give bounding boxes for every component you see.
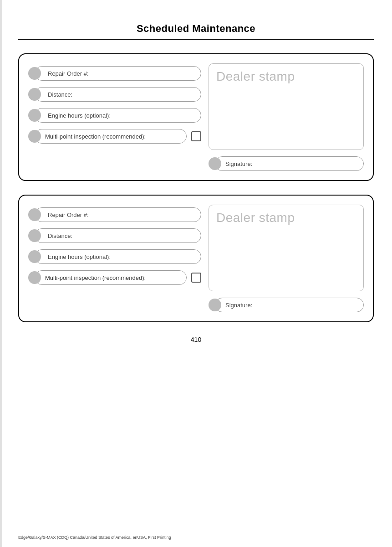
dealer-stamp-area-2: Dealer stamp xyxy=(209,205,364,291)
engine-hours-icon-2 xyxy=(28,250,41,263)
footer-text: Edge/Galaxy/S-MAX (CDQ) Canada/United St… xyxy=(18,535,171,540)
engine-hours-label-1: Engine hours (optional): xyxy=(45,112,111,119)
engine-hours-field-2[interactable]: Engine hours (optional): xyxy=(35,249,201,264)
engine-hours-icon-1 xyxy=(28,109,41,122)
repair-order-field-1[interactable]: Repair Order #: xyxy=(35,66,201,81)
distance-field-2[interactable]: Distance: xyxy=(35,228,201,243)
distance-row-1: Distance: xyxy=(28,87,201,102)
repair-order-icon-1 xyxy=(28,67,41,80)
card2-left: Repair Order #: Distance: Engine hours (… xyxy=(28,205,201,312)
card1-left: Repair Order #: Distance: Engine hours (… xyxy=(28,63,201,171)
multipoint-label-1: Multi-point inspection (recommended): xyxy=(45,133,146,140)
signature-label-2: Signature: xyxy=(225,302,252,309)
dealer-stamp-area-1: Dealer stamp xyxy=(209,63,364,150)
repair-order-label-2: Repair Order #: xyxy=(45,212,89,218)
multipoint-field-2[interactable]: Multi-point inspection (recommended): xyxy=(35,270,187,285)
multipoint-row-1: Multi-point inspection (recommended): xyxy=(28,129,201,144)
signature-row-1: Signature: xyxy=(209,156,364,171)
multipoint-label-2: Multi-point inspection (recommended): xyxy=(45,274,146,281)
repair-order-label-1: Repair Order #: xyxy=(45,70,89,77)
distance-icon-2 xyxy=(28,229,41,242)
multipoint-checkbox-2[interactable] xyxy=(191,273,201,283)
engine-hours-field-1[interactable]: Engine hours (optional): xyxy=(35,108,201,123)
page-title: Scheduled Maintenance xyxy=(18,0,374,39)
signature-icon-2 xyxy=(209,299,221,311)
engine-hours-row-2: Engine hours (optional): xyxy=(28,249,201,264)
signature-field-1[interactable]: Signature: xyxy=(215,156,364,171)
repair-order-row-2: Repair Order #: xyxy=(28,207,201,222)
page-container: Scheduled Maintenance Repair Order #: Di… xyxy=(0,0,392,547)
distance-icon-1 xyxy=(28,88,41,101)
page-number: 410 xyxy=(18,336,374,343)
title-divider xyxy=(18,39,374,40)
signature-row-2: Signature: xyxy=(209,298,364,312)
repair-order-row-1: Repair Order #: xyxy=(28,66,201,81)
maintenance-card-2: Repair Order #: Distance: Engine hours (… xyxy=(18,195,374,322)
distance-row-2: Distance: xyxy=(28,228,201,243)
multipoint-icon-1 xyxy=(28,130,41,143)
footer: Edge/Galaxy/S-MAX (CDQ) Canada/United St… xyxy=(18,535,374,540)
multipoint-icon-2 xyxy=(28,271,41,284)
engine-hours-row-1: Engine hours (optional): xyxy=(28,108,201,123)
maintenance-card-1: Repair Order #: Distance: Engine hours (… xyxy=(18,53,374,181)
multipoint-checkbox-1[interactable] xyxy=(191,131,201,141)
distance-label-2: Distance: xyxy=(45,232,72,239)
card1-right: Dealer stamp Signature: xyxy=(209,63,364,171)
distance-label-1: Distance: xyxy=(45,91,72,98)
signature-field-2[interactable]: Signature: xyxy=(215,298,364,312)
repair-order-icon-2 xyxy=(28,208,41,221)
signature-label-1: Signature: xyxy=(225,160,252,167)
repair-order-field-2[interactable]: Repair Order #: xyxy=(35,207,201,222)
distance-field-1[interactable]: Distance: xyxy=(35,87,201,102)
left-accent xyxy=(0,0,2,547)
signature-icon-1 xyxy=(209,157,221,170)
dealer-stamp-text-1: Dealer stamp xyxy=(216,69,295,83)
multipoint-field-1[interactable]: Multi-point inspection (recommended): xyxy=(35,129,187,144)
engine-hours-label-2: Engine hours (optional): xyxy=(45,253,111,260)
card2-right: Dealer stamp Signature: xyxy=(209,205,364,312)
multipoint-row-2: Multi-point inspection (recommended): xyxy=(28,270,201,285)
dealer-stamp-text-2: Dealer stamp xyxy=(216,211,295,225)
